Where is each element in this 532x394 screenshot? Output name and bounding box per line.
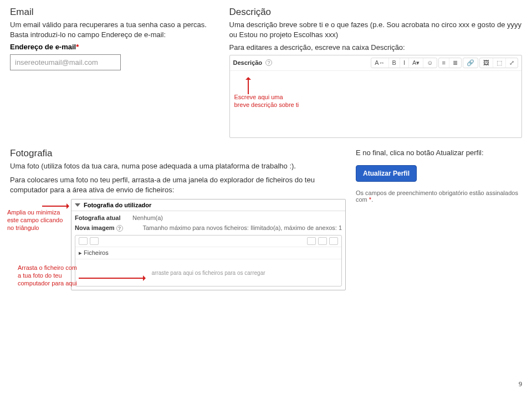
tb-fontsize-icon[interactable]: A↔ bbox=[371, 58, 388, 68]
tb-bold-icon[interactable]: B bbox=[389, 58, 400, 68]
view-list-icon[interactable] bbox=[318, 237, 327, 245]
callout-desc: Escreve aqui uma breve descrição sobre t… bbox=[234, 93, 518, 109]
arrow-icon bbox=[42, 206, 69, 207]
desc-p1: Uma descrição breve sobre ti e o que faz… bbox=[229, 20, 523, 39]
desc-p2: Para editares a descrição, escreve na ca… bbox=[229, 43, 523, 53]
row-current-label: Fotografia atual bbox=[75, 214, 125, 221]
row-new-hint: Tamanho máximo para novos ficheiros: Ili… bbox=[132, 224, 342, 232]
tb-expand-icon[interactable]: ⤢ bbox=[506, 58, 518, 68]
view-detail-icon[interactable] bbox=[329, 237, 338, 245]
help-icon[interactable]: ? bbox=[265, 59, 272, 66]
tb-link-icon[interactable]: 🔗 bbox=[463, 58, 478, 68]
tb-emoji-icon[interactable]: ☺ bbox=[423, 58, 436, 68]
desc-textarea[interactable]: Escreve aqui uma breve descrição sobre t… bbox=[230, 71, 522, 137]
help-icon[interactable]: ? bbox=[116, 225, 123, 232]
mandatory-note: Os campos de preenchimento obrigatório e… bbox=[356, 190, 522, 203]
editor-label: Descrição bbox=[233, 59, 263, 66]
desc-editor: Descrição ? A↔BIA▾☺ ≡≣ 🔗 🖼⬚⤢ Escreve aqu… bbox=[229, 55, 523, 138]
final-p: E no final, clica no botão Atualizar per… bbox=[356, 148, 522, 158]
page-number: 9 bbox=[519, 380, 522, 388]
tb-media-icon[interactable]: ⬚ bbox=[493, 58, 506, 68]
arrow-icon bbox=[79, 278, 145, 279]
files-folder[interactable]: Ficheiros bbox=[84, 249, 109, 256]
tb-italic-icon[interactable]: I bbox=[400, 58, 409, 68]
photo-heading: Fotografia bbox=[10, 148, 346, 159]
triangle-icon[interactable] bbox=[75, 203, 80, 207]
email-heading: Email bbox=[10, 7, 219, 18]
row-current-value: Nenhum(a) bbox=[132, 214, 342, 221]
file-folder-icon[interactable] bbox=[90, 237, 99, 245]
photo-p2: Para colocares uma foto no teu perfil, a… bbox=[10, 175, 346, 195]
update-profile-button[interactable]: Atualizar Perfil bbox=[356, 165, 417, 182]
tb-color-icon[interactable]: A▾ bbox=[409, 58, 423, 68]
row-new-label: Nova imagem ? bbox=[75, 224, 125, 232]
file-dropzone[interactable]: arraste para aqui os ficheiros para os c… bbox=[75, 259, 341, 286]
callout-triangle: Amplia ou minimiza este campo clicando n… bbox=[7, 209, 68, 232]
file-uploader[interactable]: ▸ Ficheiros arraste para aqui os ficheir… bbox=[75, 235, 342, 286]
desc-heading: Descrição bbox=[229, 7, 523, 18]
file-add-icon[interactable] bbox=[79, 237, 88, 245]
email-input[interactable]: insereoteumail@mail.com bbox=[10, 54, 121, 70]
email-label: Endereço de e-mail* bbox=[10, 43, 219, 51]
tb-list1-icon[interactable]: ≡ bbox=[439, 58, 449, 68]
photo-panel-title: Fotografia do utilizador bbox=[84, 202, 151, 208]
arrow-icon bbox=[248, 78, 249, 94]
callout-drag: Arrasta o ficheiro com a tua foto do teu… bbox=[18, 264, 79, 287]
view-grid-icon[interactable] bbox=[307, 237, 316, 245]
tb-list2-icon[interactable]: ≣ bbox=[449, 58, 461, 68]
photo-panel: Fotografia do utilizador Fotografia atua… bbox=[71, 199, 346, 290]
photo-p1: Uma foto (utiliza fotos da tua cara, num… bbox=[10, 161, 346, 171]
tb-image-icon[interactable]: 🖼 bbox=[480, 58, 493, 68]
email-desc: Um email válido para recuperares a tua s… bbox=[10, 20, 219, 39]
